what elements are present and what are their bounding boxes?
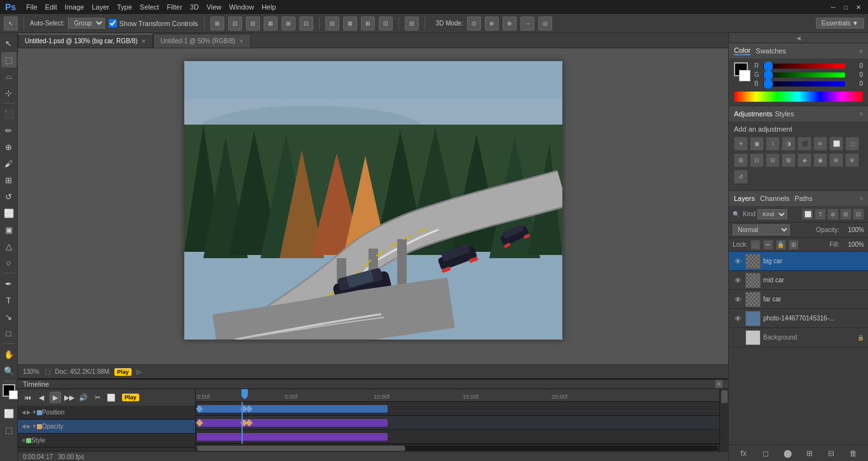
tab-big-car[interactable]: Untitled-1.psd @ 130% (big car, RGB/8) ✕ xyxy=(18,34,153,48)
crop-tool[interactable]: ⬛ xyxy=(1,106,17,121)
zoom-tool[interactable]: 🔍 xyxy=(1,363,17,378)
dist-top-icon[interactable]: ⊞ xyxy=(361,17,375,31)
tab-close-1[interactable]: ✕ xyxy=(141,38,146,45)
position-track-bar[interactable] xyxy=(197,405,388,413)
layer-visibility-far-car[interactable]: 👁 xyxy=(733,294,743,305)
red-slider[interactable] xyxy=(763,64,845,69)
adj-panel-collapse[interactable]: ≡ xyxy=(860,111,863,117)
canvas[interactable] xyxy=(184,61,562,340)
window-controls[interactable]: ─ □ ✕ xyxy=(829,3,863,11)
3d-scale-icon[interactable]: ◎ xyxy=(538,17,552,31)
eraser-tool[interactable]: ⬜ xyxy=(1,205,17,221)
track-down-arrow[interactable]: ▼ xyxy=(32,409,37,415)
menu-file[interactable]: File xyxy=(26,3,37,11)
lasso-tool[interactable]: ⌓ xyxy=(1,69,17,84)
side-scrollbar-thumb[interactable] xyxy=(721,390,728,403)
selective-adj-icon[interactable]: ⊗ xyxy=(845,153,859,167)
track-right-arrow[interactable]: ▶ xyxy=(27,409,31,415)
blur-tool[interactable]: △ xyxy=(1,238,17,254)
layer-visibility-photo[interactable]: 👁 xyxy=(733,313,743,324)
menu-edit[interactable]: Edit xyxy=(45,3,57,11)
align-bottom-icon[interactable]: ⊡ xyxy=(299,17,313,31)
brightness-adj-icon[interactable]: ☀ xyxy=(734,137,748,151)
dist-horiz-icon[interactable]: ⊟ xyxy=(325,17,339,31)
vibrance-adj-icon[interactable]: ⬛ xyxy=(797,137,811,151)
show-transform-label[interactable]: Show Transform Controls xyxy=(109,19,198,27)
move-tool-icon[interactable]: ↖ xyxy=(4,17,18,31)
menu-bar[interactable]: File Edit Image Layer Type Select Filter… xyxy=(26,3,276,11)
add-fill-button[interactable]: ⬤ xyxy=(782,448,793,459)
fill-value[interactable]: 100% xyxy=(842,241,864,248)
gradient-tool[interactable]: ▣ xyxy=(1,222,17,237)
menu-3d[interactable]: 3D xyxy=(190,3,199,11)
path-selection[interactable]: ↘ xyxy=(1,309,17,324)
timeline-next-button[interactable]: ▶▶ xyxy=(64,392,75,403)
menu-window[interactable]: Window xyxy=(229,3,254,11)
styles-tab[interactable]: Styles xyxy=(775,110,794,118)
blue-slider[interactable] xyxy=(763,81,845,86)
shadow-adj-icon[interactable]: ↺ xyxy=(734,170,748,184)
tab-close-2[interactable]: ✕ xyxy=(239,38,244,45)
colrlookup-adj-icon[interactable]: ⊟ xyxy=(766,153,780,167)
foreground-color[interactable] xyxy=(3,384,15,397)
essentials-button[interactable]: Essentials ▼ xyxy=(816,18,864,29)
lock-all-icon[interactable]: 🔒 xyxy=(776,240,786,250)
track-style-icon[interactable]: ⊕ xyxy=(22,437,26,443)
align-right-icon[interactable]: ⊟ xyxy=(246,17,260,31)
delete-layer-button[interactable]: 🗑 xyxy=(848,448,859,459)
align-top-icon[interactable]: ⊠ xyxy=(264,17,278,31)
threshold-adj-icon[interactable]: ◉ xyxy=(813,153,827,167)
minimize-button[interactable]: ─ xyxy=(829,3,837,11)
layer-visibility-big-car[interactable]: 👁 xyxy=(733,256,743,266)
track-left-arrow[interactable]: ◀ xyxy=(22,409,25,415)
timeline-scrollbar[interactable] xyxy=(196,444,719,451)
healing-brush[interactable]: ⊕ xyxy=(1,139,17,155)
new-group-button[interactable]: ⊞ xyxy=(804,448,815,459)
track-left-arrow[interactable]: ◀ xyxy=(22,423,25,429)
layer-background[interactable]: 👁 Background 🔒 xyxy=(729,328,868,347)
align-middle-icon[interactable]: ⊞ xyxy=(281,17,295,31)
add-fx-button[interactable]: fx xyxy=(738,448,749,459)
smart-filter-icon[interactable]: ⊟ xyxy=(853,209,864,220)
pixel-filter-icon[interactable]: ⬜ xyxy=(802,209,813,220)
timeline-play-button[interactable]: ▶ xyxy=(50,392,61,403)
exposure-adj-icon[interactable]: ◑ xyxy=(782,137,796,151)
color-tab[interactable]: Color xyxy=(734,46,750,55)
layer-far-car[interactable]: 👁 far car xyxy=(729,290,868,309)
canvas-area[interactable] xyxy=(18,48,728,364)
swatches-tab[interactable]: Swatches xyxy=(756,47,786,55)
shape-tool[interactable]: □ xyxy=(1,326,17,341)
playhead-marker[interactable] xyxy=(241,389,248,399)
layer-big-car[interactable]: 👁 big car xyxy=(729,252,868,271)
menu-view[interactable]: View xyxy=(207,3,222,11)
blend-mode-select[interactable]: Normal Multiply Screen xyxy=(733,224,790,235)
menu-filter[interactable]: Filter xyxy=(166,3,182,11)
hand-tool[interactable]: ✋ xyxy=(1,347,17,362)
align-left-icon[interactable]: ⊞ xyxy=(210,17,224,31)
menu-image[interactable]: Image xyxy=(65,3,85,11)
adjustments-tab[interactable]: Adjustments xyxy=(734,110,773,118)
layer-visibility-mid-car[interactable]: 👁 xyxy=(733,275,743,286)
playhead[interactable] xyxy=(241,402,243,444)
blackwhite-adj-icon[interactable]: ◻ xyxy=(845,137,859,151)
timeline-rewind-button[interactable]: ⏮ xyxy=(22,392,33,403)
layer-mid-car[interactable]: 👁 mid car xyxy=(729,271,868,290)
selection-tool[interactable]: ⬚ xyxy=(1,52,17,67)
3d-rotate-icon[interactable]: ⊙ xyxy=(467,17,481,31)
3d-slide-icon[interactable]: → xyxy=(520,17,534,31)
lock-artboard-icon[interactable]: ⊞ xyxy=(789,240,799,250)
gradient-adj-icon[interactable]: ⊕ xyxy=(829,153,843,167)
close-button[interactable]: ✕ xyxy=(854,3,863,11)
new-layer-button[interactable]: ⊟ xyxy=(825,448,837,459)
timeline-side-scrollbar[interactable] xyxy=(719,389,728,451)
opacity-track-bar[interactable] xyxy=(197,419,388,427)
show-transform-checkbox[interactable] xyxy=(109,19,117,27)
tab-untitled[interactable]: Untitled-1 @ 50% (RGB/8) ✕ xyxy=(153,34,251,48)
photofilt-adj-icon[interactable]: ⊞ xyxy=(734,153,748,167)
screen-mode[interactable]: ⬚ xyxy=(1,422,17,437)
dist-vert-icon[interactable]: ⊠ xyxy=(343,17,357,31)
3d-roll-icon[interactable]: ⊕ xyxy=(485,17,499,31)
clone-tool[interactable]: ⊞ xyxy=(1,172,17,188)
auto-select-dropdown[interactable]: Group Layer xyxy=(68,18,105,29)
dist-extra-icon[interactable]: ⊟ xyxy=(405,17,419,31)
